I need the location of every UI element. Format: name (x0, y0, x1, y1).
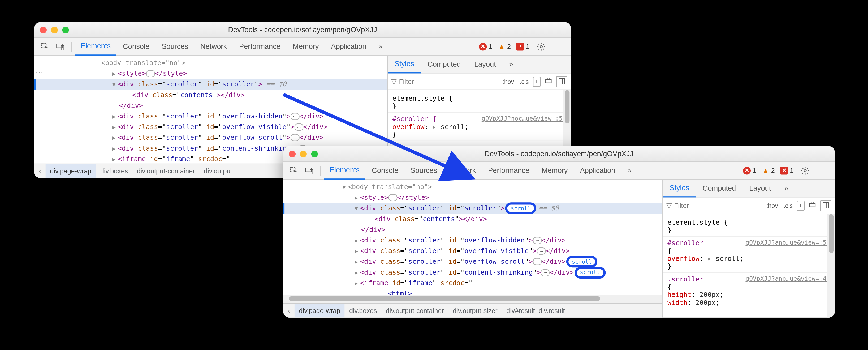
cls-toggle[interactable]: .cls (782, 201, 794, 210)
source-link[interactable]: gOVpXJJ?ano…ue&view=:50 (745, 239, 830, 246)
new-rule-icon[interactable]: + (533, 77, 540, 87)
dom-line-selected[interactable]: ▼<div class="scroller" id="scroller">scr… (283, 203, 662, 214)
ellipsis-icon[interactable]: ⋯ (290, 113, 300, 120)
tab-console[interactable]: Console (117, 37, 155, 55)
computed-sidebar-icon[interactable] (820, 200, 831, 211)
tabs-overflow-icon[interactable]: » (622, 162, 637, 179)
inspect-icon[interactable] (287, 163, 301, 178)
dom-line[interactable]: ▶<div class="scroller" id="overflow-visi… (34, 122, 388, 133)
tab-computed[interactable]: Computed (696, 179, 743, 197)
tab-sources[interactable]: Sources (405, 162, 443, 179)
ellipsis-icon[interactable]: ⋯ (294, 123, 304, 130)
dom-line[interactable]: <div class="contents"></div> (283, 214, 662, 224)
tab-sources[interactable]: Sources (156, 37, 194, 55)
ellipsis-icon[interactable]: ⋯ (290, 134, 300, 141)
tab-application[interactable]: Application (326, 37, 372, 55)
scroll-badge-icon[interactable]: scroll (507, 204, 535, 212)
tab-performance[interactable]: Performance (483, 162, 535, 179)
tab-application[interactable]: Application (575, 162, 621, 179)
scrollbar-vertical[interactable] (827, 214, 835, 317)
tab-memory[interactable]: Memory (287, 37, 324, 55)
breadcrumb-item[interactable]: div#result_div.result (502, 303, 569, 317)
dom-line[interactable]: <div class="contents"></div> (34, 90, 388, 100)
minimize-icon[interactable] (300, 150, 307, 157)
close-icon[interactable] (289, 150, 296, 157)
breadcrumb-item[interactable]: div.page-wrap (45, 164, 96, 178)
tab-styles[interactable]: Styles (663, 179, 696, 197)
device-icon[interactable] (302, 163, 317, 178)
status-badges[interactable]: ✕1 ▲2 ✕1 (743, 166, 794, 175)
filter-input[interactable] (399, 78, 498, 85)
tabs-overflow-icon[interactable]: » (373, 37, 388, 55)
tab-memory[interactable]: Memory (536, 162, 573, 179)
dom-line[interactable]: ▶<iframe id="iframe" srcdoc=" (283, 278, 662, 288)
flexbox-editor-icon[interactable] (543, 76, 554, 87)
dom-line[interactable]: ▶<div class="scroller" id="overflow-scro… (283, 257, 662, 267)
styles-tabs-overflow-icon[interactable]: » (777, 179, 795, 197)
breadcrumb-prev-icon[interactable]: ‹ (34, 167, 45, 175)
dom-line[interactable]: <body translate="no"> (34, 58, 388, 68)
hov-toggle[interactable]: :hov (765, 201, 780, 210)
ellipsis-icon[interactable]: ⋯ (388, 194, 397, 201)
dom-line[interactable]: </div> (34, 100, 388, 111)
tab-network[interactable]: Network (444, 162, 482, 179)
dom-line-selected[interactable]: ▼<div class="scroller" id="scroller"> ==… (34, 79, 388, 90)
breadcrumb-item[interactable]: div.outpu (199, 164, 235, 178)
dom-line[interactable]: ▶<style>⋯</style> (34, 68, 388, 79)
tab-console[interactable]: Console (366, 162, 404, 179)
tab-elements[interactable]: Elements (324, 162, 365, 179)
styles-rules[interactable]: element.style { } gOVpXJJ?ano…ue&view=:5… (663, 214, 835, 317)
tab-performance[interactable]: Performance (234, 37, 286, 55)
kebab-icon[interactable]: ⋮ (553, 39, 567, 54)
new-rule-icon[interactable]: + (797, 201, 805, 211)
scroll-badge-icon[interactable]: scroll (576, 268, 604, 276)
tab-network[interactable]: Network (195, 37, 232, 55)
scroll-badge-icon[interactable]: scroll (568, 258, 596, 266)
breadcrumb-item[interactable]: div.boxes (345, 303, 381, 317)
scrollbar-horizontal[interactable] (283, 295, 662, 303)
zoom-icon[interactable] (311, 150, 318, 157)
minimize-icon[interactable] (51, 26, 58, 33)
zoom-icon[interactable] (62, 26, 69, 33)
styles-tabs-overflow-icon[interactable]: » (503, 55, 520, 73)
dom-line[interactable]: </div> (283, 224, 662, 235)
dom-line[interactable]: ▶<style>⋯</style> (283, 193, 662, 203)
ellipsis-icon[interactable]: ⋯ (146, 70, 155, 77)
flexbox-editor-icon[interactable] (807, 200, 818, 211)
dom-line[interactable]: ▶<div class="scroller" id="overflow-scro… (34, 133, 388, 143)
filter-input[interactable] (674, 202, 763, 209)
breadcrumb-item[interactable]: div.boxes (96, 164, 132, 178)
ellipsis-icon[interactable]: ⋯ (537, 247, 546, 255)
elements-panel[interactable]: ▼<body translate="no"> ▶<style>⋯</style>… (283, 179, 662, 317)
device-icon[interactable] (53, 39, 68, 54)
computed-sidebar-icon[interactable] (556, 76, 567, 87)
cls-toggle[interactable]: .cls (518, 77, 530, 86)
dom-line[interactable]: ▼<body translate="no"> (283, 182, 662, 193)
breadcrumb-item[interactable]: div.output-container (132, 164, 199, 178)
dom-line[interactable]: ▶<div class="scroller" id="overflow-visi… (283, 246, 662, 257)
ellipsis-icon[interactable]: ⋯ (541, 269, 550, 276)
source-link[interactable]: gOVpXJJ?noc…ue&view=:50 (482, 115, 566, 122)
breadcrumb-item[interactable]: div.page-wrap (294, 303, 345, 317)
breadcrumb-prev-icon[interactable]: ‹ (283, 307, 294, 314)
gear-icon[interactable] (534, 39, 548, 54)
dom-line[interactable]: ▶<div class="scroller" id="content-shrin… (283, 267, 662, 278)
tab-layout[interactable]: Layout (742, 179, 777, 197)
tab-styles[interactable]: Styles (388, 55, 421, 73)
inspect-icon[interactable] (38, 39, 52, 54)
source-link[interactable]: gOVpXJJ?ano…ue&view=:41 (745, 275, 830, 283)
breadcrumb-item[interactable]: div.output-sizer (448, 303, 502, 317)
tab-computed[interactable]: Computed (421, 55, 468, 73)
status-badges[interactable]: ✕1 ▲2 !1 (479, 42, 529, 51)
kebab-icon[interactable]: ⋮ (817, 163, 831, 178)
close-icon[interactable] (40, 26, 47, 33)
hov-toggle[interactable]: :hov (501, 77, 516, 86)
tab-layout[interactable]: Layout (468, 55, 503, 73)
ellipsis-icon[interactable]: ⋯ (533, 237, 542, 244)
breadcrumb-item[interactable]: div.output-container (381, 303, 448, 317)
ellipsis-icon[interactable]: ⋯ (533, 258, 542, 265)
breadcrumbs[interactable]: ‹ div.page-wrap div.boxes div.output-con… (283, 303, 662, 317)
gear-icon[interactable] (798, 163, 812, 178)
tab-elements[interactable]: Elements (75, 37, 116, 55)
dom-line[interactable]: ▶<div class="scroller" id="overflow-hidd… (34, 111, 388, 122)
